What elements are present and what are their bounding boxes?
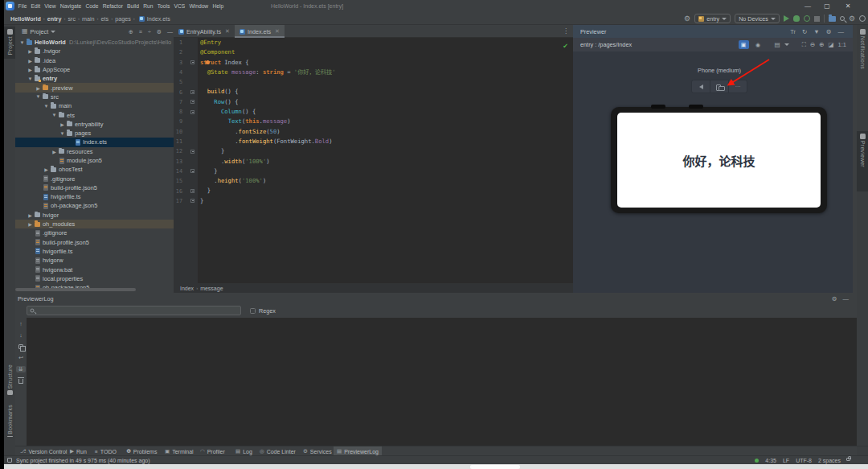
fold-marker-icon[interactable]	[190, 100, 194, 104]
tree-item-hvigorw.bat[interactable]: hvigorw.bat	[15, 265, 178, 274]
stop-button[interactable]	[814, 16, 820, 22]
tree-item-hvigorfile.ts[interactable]: hvigorfile.ts	[15, 247, 178, 256]
device-selector[interactable]: No Devices	[735, 14, 780, 23]
collapse-all-icon[interactable]: ≡	[139, 29, 142, 35]
tree-item-main[interactable]: ▼main	[15, 101, 178, 110]
tool-stripe-tab-structure[interactable]: Structure	[4, 362, 15, 397]
hide-log-icon[interactable]: —	[843, 295, 850, 302]
breadcrumb-segment[interactable]: pages	[114, 15, 132, 23]
inspector-mode-icon[interactable]: ◉	[753, 40, 764, 49]
sdk-manager-icon[interactable]	[829, 16, 836, 22]
scroll-up-icon[interactable]: ↑	[16, 321, 26, 327]
breadcrumb-segment[interactable]: HelloWorld	[10, 15, 42, 23]
export-log-icon[interactable]	[16, 344, 26, 350]
editor-breadcrumb-item[interactable]: message	[200, 286, 223, 291]
profile-avatar-icon[interactable]	[859, 15, 866, 22]
soft-wrap-icon[interactable]: ↩	[16, 355, 26, 361]
fold-marker-icon[interactable]	[190, 169, 194, 173]
menu-build[interactable]: Build	[125, 3, 141, 9]
panel-settings-icon[interactable]: ⚙	[157, 29, 162, 35]
tree-item-oh-package.json5[interactable]: oh-package.json5	[15, 201, 178, 210]
code-area[interactable]: @Entry@Componentstruct Index { @State me…	[198, 38, 573, 283]
tree-item-AppScope[interactable]: ▶AppScope	[15, 65, 178, 74]
tree-item-ohosTest[interactable]: ▶ohosTest	[15, 165, 178, 174]
grid-view-icon[interactable]: ▤	[775, 41, 780, 48]
breadcrumb-segment[interactable]: ets	[100, 15, 110, 23]
fit-screen-icon[interactable]: ⛶	[802, 41, 806, 49]
menu-help[interactable]: Help	[211, 3, 226, 9]
tree-item-pages[interactable]: ▼pages	[15, 129, 178, 138]
tree-item-resources[interactable]: ▶resources	[15, 147, 178, 156]
refresh-icon[interactable]: ↻	[802, 28, 807, 35]
zoom-out-icon[interactable]: ⊖	[810, 41, 815, 48]
minimize-button[interactable]: —	[798, 0, 817, 12]
editor-tab-Index.ets[interactable]: Index.ets✕	[235, 25, 285, 38]
font-size-icon[interactable]: Tr	[790, 28, 796, 35]
editor-tab-EntryAbility.ts[interactable]: EntryAbility.ts✕	[174, 25, 235, 38]
fullscreen-icon[interactable]: ◪	[828, 41, 833, 48]
tree-chevron-icon[interactable]: ▶	[27, 58, 34, 64]
tool-stripe-tab-notifications[interactable]: Notifications	[857, 27, 868, 78]
tree-item-module.json5[interactable]: module.json5	[15, 156, 178, 165]
fold-marker-icon[interactable]	[190, 110, 194, 114]
fold-marker-icon[interactable]	[190, 150, 194, 154]
tool-stripe-tab-bookmarks[interactable]: Bookmarks	[4, 402, 15, 439]
menu-refactor[interactable]: Refactor	[100, 3, 125, 9]
previewer-settings-icon[interactable]: ⚙	[826, 28, 832, 35]
editor-breadcrumb-item[interactable]: Index	[180, 286, 194, 291]
menu-view[interactable]: View	[43, 3, 59, 9]
maximize-button[interactable]: ▢	[817, 0, 837, 12]
menu-tools[interactable]: Tools	[155, 3, 172, 9]
tool-stripe-tab-previewer[interactable]: Previewer	[857, 131, 868, 191]
tree-chevron-icon[interactable]: ▼	[35, 94, 42, 99]
filter-icon[interactable]: ▼	[813, 28, 819, 35]
tree-chevron-icon[interactable]: ▼	[18, 40, 26, 45]
tree-chevron-icon[interactable]: ▼	[27, 76, 34, 81]
tree-chevron-icon[interactable]: ▶	[27, 48, 34, 54]
tree-chevron-icon[interactable]: ▼	[51, 113, 58, 117]
fold-marker-icon[interactable]	[190, 199, 194, 203]
close-tab-icon[interactable]: ✕	[275, 28, 280, 35]
tree-item-entryability[interactable]: ▶entryability	[15, 120, 178, 129]
tree-item-build-profile.json5[interactable]: build-profile.json5	[15, 183, 178, 192]
breadcrumb-segment[interactable]: main	[81, 15, 96, 23]
zoom-in-icon[interactable]: ⊕	[819, 41, 824, 48]
tree-item-src[interactable]: ▼src	[15, 93, 178, 101]
close-button[interactable]: ✕	[838, 0, 858, 12]
tree-horizontal-scrollbar[interactable]	[15, 288, 136, 291]
hide-previewer-icon[interactable]: —	[838, 28, 845, 35]
module-selector[interactable]: entry	[694, 14, 731, 23]
encoding[interactable]: UTF-8	[796, 458, 812, 463]
tree-chevron-icon[interactable]: ▶	[35, 85, 42, 91]
search-everywhere-icon[interactable]	[840, 16, 845, 21]
tab-options-icon[interactable]: ⋮	[563, 27, 569, 35]
caret-position[interactable]: 4:35	[765, 458, 776, 463]
tree-chevron-icon[interactable]: ▶	[51, 149, 58, 154]
menu-file[interactable]: File	[16, 3, 29, 9]
fold-marker-icon[interactable]	[190, 189, 194, 193]
tree-chevron-icon[interactable]: ▶	[43, 167, 50, 172]
tree-item-HelloWorld[interactable]: ▼HelloWorldD:\Lunkeji\DevEcoStudioProjec…	[15, 38, 178, 47]
chevron-down-icon[interactable]	[51, 31, 55, 33]
menu-vcs[interactable]: VCS	[172, 3, 187, 9]
menu-code[interactable]: Code	[84, 3, 100, 9]
regex-checkbox[interactable]	[250, 308, 256, 314]
fold-marker-icon[interactable]	[190, 90, 194, 94]
tree-item-.gitignore[interactable]: .gitignore	[15, 228, 178, 237]
tree-chevron-icon[interactable]: ▼	[59, 131, 66, 136]
tree-chevron-icon[interactable]: ▶	[59, 121, 66, 127]
line-ending[interactable]: LF	[783, 458, 789, 463]
chevron-down-icon[interactable]	[784, 43, 789, 46]
tree-item-local.properties[interactable]: local.properties	[15, 274, 178, 283]
log-settings-icon[interactable]: ⚙	[832, 295, 837, 302]
tree-chevron-icon[interactable]: ▶	[27, 221, 34, 227]
breadcrumb-segment[interactable]: entry	[47, 15, 63, 23]
tree-chevron-icon[interactable]: ▶	[27, 67, 34, 72]
tree-item-Index.ets[interactable]: Index.ets	[15, 138, 178, 146]
menu-navigate[interactable]: Navigate	[58, 3, 84, 9]
indent-setting[interactable]: 2 spaces	[818, 458, 841, 463]
profiler-button[interactable]	[804, 15, 810, 22]
breadcrumb-segment[interactable]: src	[67, 15, 76, 23]
tool-window-switcher-icon[interactable]	[7, 458, 12, 463]
debug-button[interactable]	[793, 15, 800, 22]
